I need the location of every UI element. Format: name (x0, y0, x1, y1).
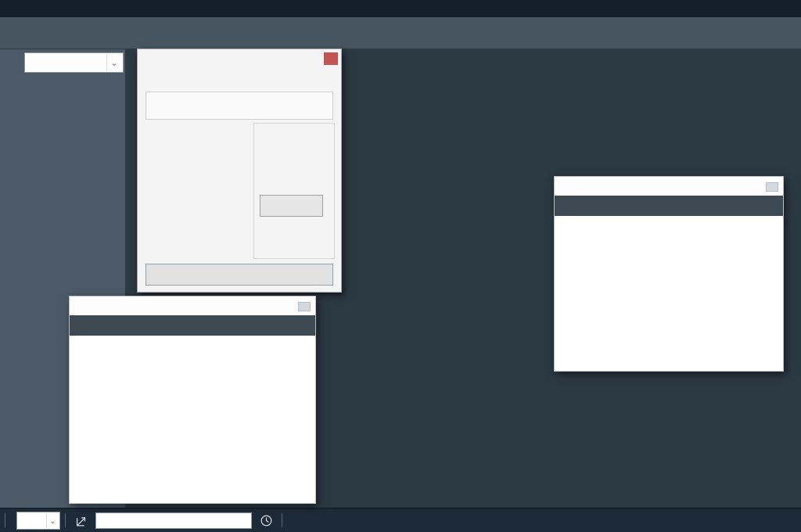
divider (5, 513, 5, 527)
step-select[interactable]: ⌄ (24, 52, 124, 73)
command-input[interactable] (95, 512, 252, 529)
divider (65, 513, 66, 527)
menu-bar (0, 0, 801, 17)
magnifier-toolbar (555, 196, 783, 216)
magnifier-window-detail[interactable] (69, 296, 316, 504)
status-bar: ⌄ (0, 508, 801, 532)
fill-mode-group (145, 92, 333, 120)
snap-corner-icon[interactable] (73, 512, 90, 529)
chevron-down-icon: ⌄ (46, 513, 59, 528)
chevron-down-icon: ⌄ (106, 54, 121, 71)
step-bar: ⌄ (0, 52, 125, 72)
window-button[interactable] (298, 302, 311, 311)
magnifier-titlebar[interactable] (70, 297, 315, 316)
main-toolbar (0, 17, 801, 49)
magnifier-window-fiducial[interactable] (554, 176, 784, 372)
window-button[interactable] (766, 182, 778, 192)
magnifier-toolbar (70, 315, 315, 336)
graphic-options-dialog (137, 49, 342, 293)
transform-group (253, 123, 335, 259)
clock-icon[interactable] (257, 512, 275, 529)
cam-viewer-window: ⌄ (0, 0, 801, 532)
divider (282, 513, 282, 527)
unit-select[interactable]: ⌄ (16, 512, 60, 530)
close-button[interactable] (145, 264, 333, 286)
close-icon[interactable] (324, 52, 338, 65)
reset-button[interactable] (260, 195, 323, 217)
magnifier-view-fiducial[interactable] (555, 216, 782, 370)
magnifier-titlebar[interactable] (555, 177, 783, 196)
magnifier-view-detail[interactable] (70, 336, 314, 502)
